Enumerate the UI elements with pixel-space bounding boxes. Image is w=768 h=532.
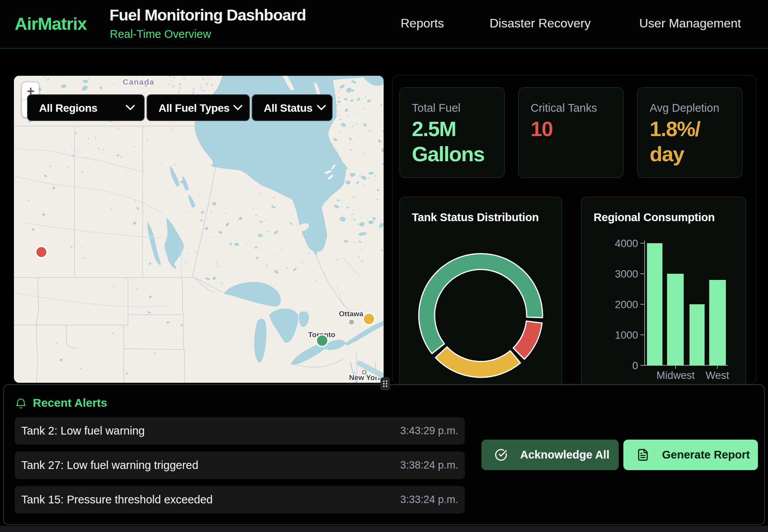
svg-text:3000: 3000: [615, 268, 638, 280]
svg-text:Canada: Canada: [123, 77, 154, 86]
svg-text:4000: 4000: [615, 238, 638, 249]
svg-text:1000: 1000: [615, 329, 638, 341]
svg-text:2000: 2000: [615, 299, 638, 310]
svg-text:West: West: [705, 370, 729, 381]
svg-text:Ottawa: Ottawa: [339, 310, 364, 318]
svg-text:Midwest: Midwest: [656, 370, 695, 381]
svg-text:0: 0: [632, 360, 638, 372]
